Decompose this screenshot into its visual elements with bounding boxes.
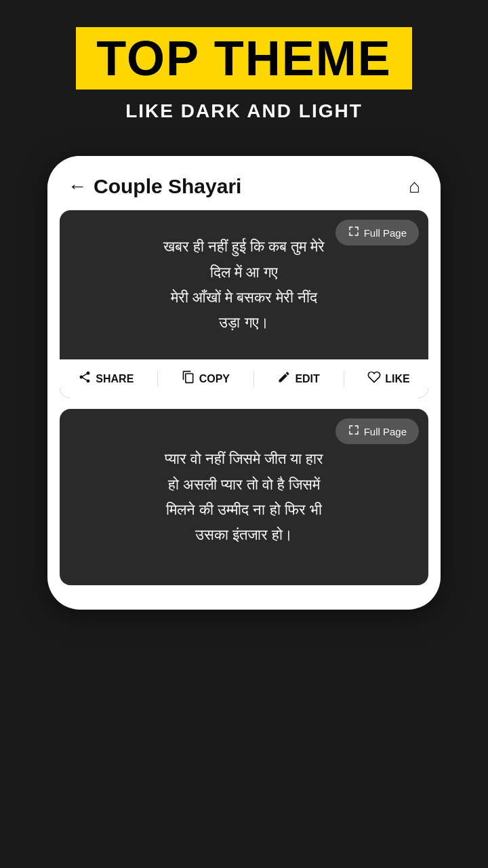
card-1-top: Full Page खबर ही नहीं हुई कि कब तुम मेरे… [60,210,428,359]
phone-content: Full Page खबर ही नहीं हुई कि कब तुम मेरे… [47,210,441,596]
full-page-label-1: Full Page [364,227,407,239]
copy-icon [182,370,195,387]
shayari-text-1: खबर ही नहीं हुई कि कब तुम मेरे दिल में आ… [157,227,332,336]
divider-1 [157,371,158,387]
divider-3 [344,371,344,387]
card-1-actions: SHARE COPY [60,359,428,398]
back-arrow-icon[interactable]: ← [68,176,87,197]
page-title: Couple Shayari [94,175,409,198]
home-icon[interactable]: ⌂ [409,176,420,197]
divider-2 [253,371,254,387]
copy-label: COPY [199,373,230,385]
shayari-text-2: प्यार वो नहीं जिसमे जीत या हार हो असली प… [158,439,331,548]
card-2-top: Full Page प्यार वो नहीं जिसमे जीत या हार… [60,409,428,585]
like-icon [367,370,381,387]
phone-header: ← Couple Shayari ⌂ [47,156,441,210]
full-page-label-2: Full Page [364,426,407,437]
edit-label: EDIT [295,373,319,385]
shayari-card-2: Full Page प्यार वो नहीं जिसमे जीत या हार… [60,409,428,585]
edit-button[interactable]: EDIT [277,370,319,387]
share-label: SHARE [96,373,134,385]
phone-frame: ← Couple Shayari ⌂ Full Page खबर ही नहीं… [47,156,441,610]
share-icon [78,370,92,387]
full-page-button-1[interactable]: Full Page [336,220,419,245]
share-button[interactable]: SHARE [78,370,134,387]
shayari-card-1: Full Page खबर ही नहीं हुई कि कब तुम मेरे… [60,210,428,398]
subtitle-text: LIKE DARK AND LIGHT [125,100,363,122]
full-page-icon-1 [348,225,360,240]
full-page-button-2[interactable]: Full Page [336,418,419,444]
like-button[interactable]: LIKE [367,370,409,387]
top-theme-badge: TOP THEME [76,27,411,90]
top-banner: TOP THEME LIKE DARK AND LIGHT [0,0,488,136]
copy-button[interactable]: COPY [182,370,230,387]
edit-icon [277,370,291,387]
full-page-icon-2 [348,424,360,439]
top-theme-text: TOP THEME [96,31,391,85]
like-label: LIKE [385,373,409,385]
